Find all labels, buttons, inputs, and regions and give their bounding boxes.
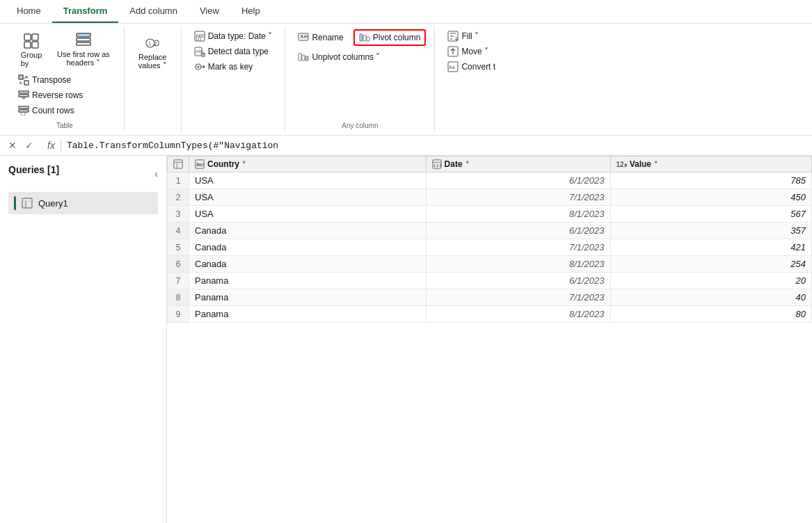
ribbon-group-table: Groupby Use first row asheaders ˅ [6, 26, 125, 132]
tab-home[interactable]: Home [6, 0, 52, 23]
svg-rect-31 [302, 55, 305, 61]
replace-values-button[interactable]: 1 2 Replacevalues ˅ [133, 29, 173, 76]
svg-rect-30 [298, 54, 301, 61]
pivot-column-button[interactable]: Pivot column [353, 29, 427, 46]
rename-button[interactable]: Rename [294, 31, 347, 45]
country-cell: USA [189, 206, 427, 223]
country-cell: Panama [189, 289, 427, 306]
mark-as-key-label: Mark as key [208, 62, 253, 72]
country-cell: USA [189, 189, 427, 206]
data-type-button[interactable]: ABC 123 Data type: Date ˅ [190, 29, 277, 43]
tab-add-column[interactable]: Add column [118, 0, 189, 23]
tab-help[interactable]: Help [230, 0, 271, 23]
transpose-button[interactable]: Transpose [14, 73, 75, 87]
svg-text:1: 1 [148, 40, 151, 47]
country-cell: Canada [189, 223, 427, 239]
svg-rect-4 [77, 33, 90, 37]
date-cell: 8/1/2023 [426, 256, 610, 273]
detect-data-type-button[interactable]: ABC ? Detect data type [190, 45, 273, 58]
convert-label: Convert t [461, 62, 495, 72]
value-dropdown-arrow[interactable]: ˅ [654, 161, 658, 168]
date-cell: 6/1/2023 [426, 273, 610, 289]
svg-rect-8 [24, 81, 29, 85]
table-row[interactable]: 6 Canada 8/1/2023 254 [168, 256, 812, 273]
date-cell: 7/1/2023 [426, 289, 610, 306]
svg-rect-6 [77, 42, 90, 45]
sidebar-collapse-button[interactable]: ‹ [154, 168, 158, 179]
reverse-rows-label: Reverse rows [32, 90, 83, 100]
svg-rect-10 [19, 95, 29, 97]
tab-transform[interactable]: Transform [52, 0, 119, 23]
date-cell: 7/1/2023 [426, 189, 610, 206]
svg-rect-5 [77, 38, 90, 41]
svg-rect-29 [367, 37, 369, 41]
table-row[interactable]: 1 USA 6/1/2023 785 [168, 172, 812, 189]
row-index: 8 [168, 289, 189, 306]
value-column-header[interactable]: 12₃ Value ˅ [610, 156, 811, 172]
unpivot-columns-button[interactable]: Unpivot columns ˅ [294, 50, 384, 64]
formula-bar: ✕ ✓ fx Table.TransformColumnTypes(#"Navi… [0, 136, 812, 156]
ribbon-group-replace: 1 2 Replacevalues ˅ [125, 26, 182, 132]
value-cell: 785 [610, 172, 811, 189]
value-cell: 40 [610, 289, 811, 306]
move-button[interactable]: Move ˅ [443, 45, 493, 58]
svg-rect-0 [24, 34, 31, 40]
value-cell: 421 [610, 239, 811, 256]
pivot-column-label: Pivot column [373, 33, 421, 42]
fill-button[interactable]: Fill ˅ [443, 29, 483, 43]
svg-text:123: 123 [196, 37, 202, 41]
row-index: 4 [168, 223, 189, 239]
country-cell: Canada [189, 256, 427, 273]
table-row[interactable]: 4 Canada 6/1/2023 357 [168, 223, 812, 239]
table-row[interactable]: 7 Panama 6/1/2023 20 [168, 273, 812, 289]
date-column-header[interactable]: 1 2 3 Date ˅ [426, 156, 610, 172]
convert-button[interactable]: Aa Convert t [443, 60, 500, 74]
unpivot-columns-label: Unpivot columns ˅ [312, 52, 380, 62]
table-row[interactable]: 3 USA 8/1/2023 567 [168, 206, 812, 223]
reverse-rows-button[interactable]: Reverse rows [14, 88, 87, 102]
value-cell: 254 [610, 256, 811, 273]
date-col-label: Date [445, 159, 463, 169]
count-rows-button[interactable]: 1,2 Count rows [14, 104, 79, 118]
svg-rect-2 [24, 42, 31, 48]
svg-text:1,2: 1,2 [20, 112, 26, 116]
date-dropdown-arrow[interactable]: ˅ [465, 161, 469, 168]
group-by-label: Groupby [21, 51, 42, 67]
country-cell: Panama [189, 306, 427, 323]
country-column-header[interactable]: A BC Country ˅ [189, 156, 427, 172]
table-row[interactable]: 9 Panama 8/1/2023 80 [168, 306, 812, 323]
use-first-row-button[interactable]: Use first row asheaders ˅ [51, 29, 116, 70]
mark-as-key-button[interactable]: Mark as key [190, 60, 257, 74]
date-cell: 6/1/2023 [426, 172, 610, 189]
country-cell: Canada [189, 239, 427, 256]
row-index: 9 [168, 306, 189, 323]
tab-view[interactable]: View [189, 0, 230, 23]
svg-rect-3 [32, 42, 38, 48]
table-row[interactable]: 5 Canada 7/1/2023 421 [168, 239, 812, 256]
cancel-icon[interactable]: ✕ [6, 138, 19, 152]
index-column-header [168, 156, 189, 172]
value-cell: 20 [610, 273, 811, 289]
country-cell: USA [189, 172, 427, 189]
row-index: 7 [168, 273, 189, 289]
query-item[interactable]: Query1 [8, 192, 158, 214]
rename-label: Rename [312, 33, 343, 42]
replace-values-label: Replacevalues ˅ [138, 53, 167, 70]
confirm-icon[interactable]: ✓ [22, 138, 36, 152]
query-active-indicator [14, 196, 16, 210]
svg-text:?: ? [202, 53, 204, 57]
any-column-group-label: Any column [342, 119, 378, 129]
value-col-label: Value [630, 159, 651, 169]
row-index: 2 [168, 189, 189, 206]
group-by-button[interactable]: Groupby [14, 30, 49, 70]
text-column-icon: A BC [195, 159, 205, 169]
data-type-label: Data type: Date ˅ [208, 31, 273, 41]
table-row[interactable]: 2 USA 7/1/2023 450 [168, 189, 812, 206]
svg-rect-27 [360, 34, 363, 41]
table-row[interactable]: 8 Panama 7/1/2023 40 [168, 289, 812, 306]
svg-rect-1 [32, 34, 38, 40]
ribbon-group-any-column: Rename Pivot column [285, 26, 435, 132]
row-index: 6 [168, 256, 189, 273]
country-dropdown-arrow[interactable]: ˅ [242, 161, 246, 168]
table-group-label: Table [56, 119, 73, 129]
